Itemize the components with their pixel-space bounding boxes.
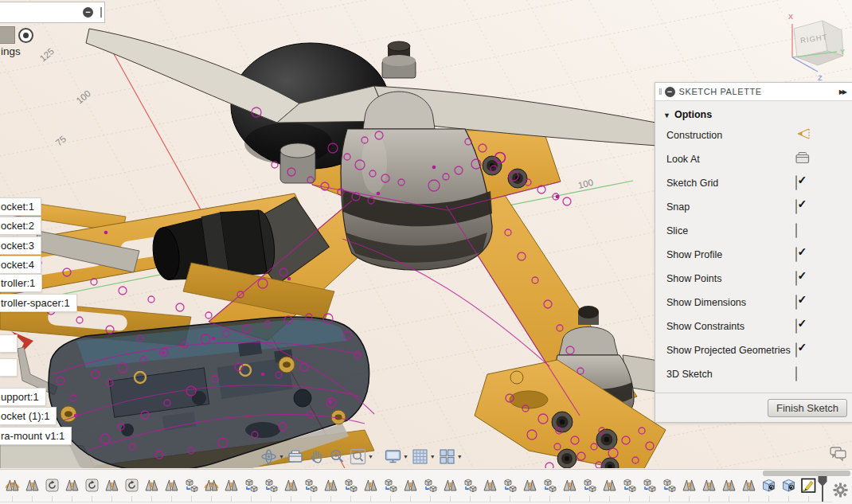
timeline-component-icon[interactable] bbox=[522, 477, 538, 494]
chevron-down-icon[interactable]: ▼ bbox=[279, 454, 284, 459]
axis-x-label: X bbox=[788, 13, 793, 21]
timeline-component-icon[interactable] bbox=[143, 477, 160, 494]
chevron-down-icon[interactable]: ▼ bbox=[368, 454, 373, 459]
timeline-sketch-active-icon[interactable] bbox=[800, 477, 817, 494]
axis-z-label: Z bbox=[818, 74, 823, 82]
timeline-tick bbox=[788, 496, 789, 502]
construction-icon[interactable] bbox=[795, 127, 811, 140]
timeline-component-icon[interactable] bbox=[104, 477, 120, 494]
timeline-copy-icon[interactable] bbox=[661, 477, 678, 494]
panel-grip[interactable] bbox=[100, 7, 102, 18]
palette-grip-icon[interactable]: ‖ bbox=[659, 87, 662, 96]
timeline-copy-icon[interactable] bbox=[422, 477, 439, 494]
timeline-copy-icon[interactable] bbox=[621, 477, 638, 494]
palette-expand-icon[interactable]: ▶▶ bbox=[839, 88, 847, 96]
chevron-down-icon[interactable]: ▼ bbox=[430, 454, 436, 459]
timeline-copy-icon[interactable] bbox=[581, 477, 598, 494]
timeline-playhead[interactable] bbox=[817, 475, 828, 502]
sketch-palette-header[interactable]: ‖ − SKETCH PALETTE ▶▶ bbox=[655, 83, 852, 101]
timeline-link-icon[interactable] bbox=[44, 477, 61, 494]
timeline-tick bbox=[410, 496, 411, 502]
timeline-copy-icon[interactable] bbox=[382, 477, 399, 494]
timeline-copy-icon[interactable] bbox=[462, 477, 479, 494]
timeline-tick bbox=[330, 496, 331, 502]
timeline-component-icon[interactable] bbox=[223, 477, 240, 494]
slice-checkbox[interactable] bbox=[795, 223, 797, 238]
orbit-tool[interactable]: ▼ bbox=[260, 447, 284, 466]
timeline-component-icon[interactable] bbox=[721, 477, 737, 494]
comment-icon[interactable] bbox=[830, 447, 847, 461]
timeline-component-icon[interactable] bbox=[561, 477, 578, 494]
timeline-copy-icon[interactable] bbox=[243, 477, 260, 494]
palette-collapse-icon[interactable]: − bbox=[665, 87, 675, 97]
timeline-cube-blue-icon[interactable] bbox=[780, 477, 797, 494]
look-at-icon[interactable] bbox=[795, 152, 810, 164]
chevron-down-icon[interactable]: ▼ bbox=[457, 454, 463, 459]
show-points-checkbox[interactable] bbox=[795, 271, 797, 286]
show-constraints-checkbox[interactable] bbox=[795, 318, 797, 334]
view-cube[interactable]: RIGHT X Y Z bbox=[776, 6, 850, 83]
options-section-header[interactable]: ▼Options bbox=[655, 101, 852, 123]
show-dimensions-checkbox[interactable] bbox=[795, 295, 797, 310]
timeline-component-icon[interactable] bbox=[163, 477, 180, 494]
palette-row-label: Slice bbox=[666, 225, 688, 236]
timeline-component-icon[interactable] bbox=[24, 477, 41, 494]
timeline-component-icon[interactable] bbox=[322, 477, 339, 494]
palette-row-label: Show Points bbox=[666, 273, 721, 284]
sketch-grid-checkbox[interactable] bbox=[795, 175, 797, 190]
timeline-component-icon[interactable] bbox=[482, 477, 498, 494]
timeline-copy-icon[interactable] bbox=[641, 477, 658, 494]
palette-row: Snap bbox=[655, 195, 852, 219]
timeline-copy-icon[interactable] bbox=[541, 477, 558, 494]
timeline-link-icon[interactable] bbox=[123, 477, 140, 494]
timeline-tick bbox=[32, 496, 33, 502]
timeline-copy-icon[interactable] bbox=[502, 477, 518, 494]
radio-button[interactable] bbox=[18, 28, 33, 43]
timeline-scrollbar[interactable] bbox=[763, 471, 850, 476]
occurrence-label: troller-spacer:1 bbox=[0, 294, 77, 312]
palette-row-label: Construction bbox=[666, 130, 722, 141]
viewports-tool[interactable]: ▼ bbox=[438, 447, 463, 466]
timeline-link-icon[interactable] bbox=[84, 477, 100, 494]
timeline-component-icon[interactable] bbox=[442, 477, 459, 494]
timeline-copy-icon[interactable] bbox=[183, 477, 200, 494]
palette-row: Show Dimensions bbox=[655, 291, 852, 315]
timeline-component-icon[interactable] bbox=[283, 477, 299, 494]
finish-sketch-button[interactable]: Finish Sketch bbox=[768, 399, 847, 417]
timeline-component-icon[interactable] bbox=[701, 477, 717, 494]
show-projected-geometries-checkbox[interactable] bbox=[795, 342, 797, 357]
timeline-component-icon[interactable] bbox=[402, 477, 419, 494]
timeline-component-active-icon[interactable] bbox=[4, 477, 21, 494]
display-settings-tool[interactable]: ▼ bbox=[384, 447, 408, 466]
timeline-copy-icon[interactable] bbox=[303, 477, 319, 494]
collapsed-panel-bar[interactable]: − bbox=[0, 2, 105, 23]
timeline-component-active-icon[interactable] bbox=[203, 477, 220, 494]
look-at-tool[interactable] bbox=[287, 447, 305, 466]
occurrence-label bbox=[0, 358, 18, 377]
timeline-cube-blue-icon[interactable] bbox=[760, 477, 777, 494]
zoom-tool[interactable] bbox=[328, 447, 346, 466]
palette-row: Show Points bbox=[655, 267, 852, 291]
collapse-icon[interactable]: − bbox=[83, 7, 93, 18]
occurrence-label: ocket:1 bbox=[0, 197, 41, 216]
show-profile-checkbox[interactable] bbox=[795, 247, 797, 262]
pan-tool[interactable] bbox=[307, 447, 326, 466]
timeline-tick bbox=[271, 496, 272, 502]
truncated-label: ings bbox=[1, 45, 21, 57]
palette-row: Show Projected Geometries bbox=[655, 338, 852, 362]
timeline-copy-icon[interactable] bbox=[342, 477, 359, 494]
grid-display-tool[interactable]: ▼ bbox=[411, 447, 436, 466]
timeline-component-icon[interactable] bbox=[741, 477, 757, 494]
timeline-component-icon[interactable] bbox=[362, 477, 379, 494]
timeline-copy-icon[interactable] bbox=[263, 477, 279, 494]
gear-icon[interactable] bbox=[833, 483, 848, 498]
timeline-component-icon[interactable] bbox=[64, 477, 80, 494]
palette-row-label: Show Profile bbox=[666, 249, 722, 260]
timeline-component-icon[interactable] bbox=[681, 477, 698, 494]
timeline-component-icon[interactable] bbox=[601, 477, 618, 494]
3d-sketch-checkbox[interactable] bbox=[795, 366, 797, 381]
color-swatch[interactable] bbox=[0, 26, 15, 44]
snap-checkbox[interactable] bbox=[795, 199, 797, 214]
chevron-down-icon[interactable]: ▼ bbox=[403, 454, 408, 459]
fit-tool[interactable]: ▼ bbox=[349, 447, 373, 466]
